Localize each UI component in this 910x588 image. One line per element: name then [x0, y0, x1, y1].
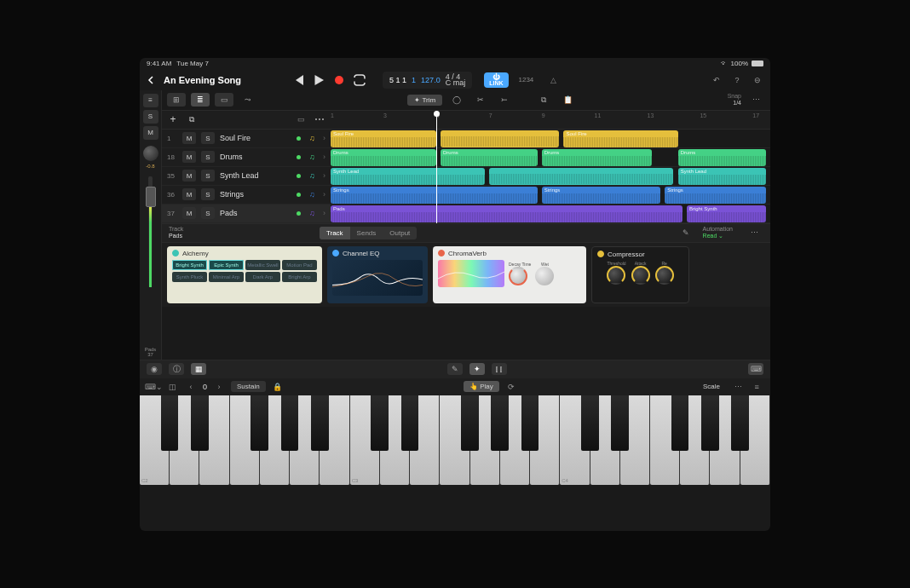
- record-enable-dot[interactable]: [297, 211, 301, 216]
- black-key[interactable]: [611, 395, 629, 451]
- track-expand-icon[interactable]: ›: [323, 171, 325, 180]
- track-header-row[interactable]: 18 M S Drums ♫ ›: [162, 148, 331, 167]
- pan-knob[interactable]: [143, 146, 158, 161]
- power-icon[interactable]: [438, 250, 445, 257]
- mute-button[interactable]: M: [182, 207, 196, 219]
- rewind-button[interactable]: [291, 72, 306, 88]
- alchemy-preset[interactable]: Minimal Arp: [209, 272, 244, 282]
- loop-tool-icon[interactable]: ◯: [447, 93, 466, 107]
- wet-knob[interactable]: [535, 267, 554, 285]
- split-icon[interactable]: ◫: [165, 381, 179, 393]
- settings-icon[interactable]: ⊖: [752, 74, 763, 86]
- solo-button[interactable]: S: [201, 151, 215, 163]
- snap-label[interactable]: Snap 1/4: [728, 93, 741, 107]
- instrument-icon[interactable]: ♫: [306, 188, 318, 200]
- alchemy-preset[interactable]: Bright Synth: [172, 260, 207, 270]
- link-button[interactable]: ⏻ LINK: [484, 72, 508, 88]
- keys-list-icon[interactable]: ≡: [750, 381, 763, 393]
- record-enable-dot[interactable]: [297, 193, 301, 197]
- sound-library-icon[interactable]: ◉: [147, 363, 162, 375]
- scissors-icon[interactable]: ✂: [471, 93, 490, 107]
- plugin-alchemy[interactable]: Alchemy Bright SynthEpic SynthMetallic S…: [167, 246, 322, 303]
- duplicate-track-icon[interactable]: ⧉: [186, 113, 198, 125]
- black-key[interactable]: [161, 395, 179, 451]
- comp-knob[interactable]: [607, 266, 625, 285]
- strip-solo-button[interactable]: S: [143, 110, 158, 124]
- track-expand-icon[interactable]: ›: [323, 190, 325, 199]
- help-icon[interactable]: ?: [731, 74, 743, 86]
- black-key[interactable]: [701, 395, 719, 451]
- piano-keyboard[interactable]: C2C3C4: [140, 395, 770, 485]
- play-button[interactable]: [311, 72, 326, 88]
- back-button[interactable]: [147, 76, 155, 84]
- track-header-row[interactable]: 36 M S Strings ♫ ›: [162, 186, 331, 205]
- black-key[interactable]: [191, 395, 209, 451]
- strip-mute-button[interactable]: M: [143, 126, 158, 140]
- record-enable-dot[interactable]: [297, 174, 301, 178]
- track-expand-icon[interactable]: ›: [323, 153, 325, 161]
- audio-region[interactable]: Drums: [441, 149, 538, 166]
- comp-knob[interactable]: [655, 266, 674, 285]
- power-icon[interactable]: [332, 250, 339, 257]
- grid-view-icon[interactable]: ⊞: [167, 93, 186, 107]
- pencil-mode-icon[interactable]: ✎: [447, 363, 463, 375]
- metronome-button[interactable]: △: [545, 72, 561, 88]
- info-icon[interactable]: ⓘ: [169, 363, 184, 375]
- track-expand-icon[interactable]: ›: [323, 209, 325, 217]
- solo-button[interactable]: S: [201, 207, 215, 219]
- black-key[interactable]: [671, 395, 689, 451]
- plugin-compressor[interactable]: Compressor ThresholdAttackRe: [591, 246, 689, 303]
- mixer-tab[interactable]: Sends: [350, 227, 383, 239]
- mute-button[interactable]: M: [182, 170, 196, 182]
- lcd-display[interactable]: 5 1 1 1 127.0 4 / 4C maj: [383, 72, 472, 89]
- instrument-icon[interactable]: ♫: [306, 207, 318, 219]
- mute-button[interactable]: M: [182, 132, 196, 144]
- track-expand-icon[interactable]: ›: [323, 134, 325, 142]
- audio-region[interactable]: Strings: [542, 187, 660, 204]
- black-key[interactable]: [371, 395, 389, 451]
- audio-region[interactable]: Synth Lead: [331, 168, 485, 185]
- edit-pencil-icon[interactable]: ✎: [682, 228, 689, 237]
- record-enable-dot[interactable]: [297, 155, 301, 159]
- beatmap-view-icon[interactable]: ≣: [191, 93, 210, 107]
- black-key[interactable]: [581, 395, 599, 451]
- mute-button[interactable]: M: [182, 188, 196, 200]
- track-folder-icon[interactable]: ▭: [295, 113, 307, 125]
- alchemy-preset[interactable]: Synth Pluck: [172, 272, 207, 282]
- octave-up-button[interactable]: ›: [212, 381, 226, 393]
- sustain-button[interactable]: Sustain: [231, 381, 266, 392]
- mixer-more-icon[interactable]: ⋯: [745, 226, 763, 239]
- alchemy-preset[interactable]: Epic Synth: [209, 260, 244, 270]
- timeline-ruler[interactable]: 1357911131517: [331, 111, 770, 130]
- plugin-chromaverb[interactable]: ChromaVerb Decay Time Wet: [433, 246, 586, 303]
- mute-button[interactable]: M: [182, 151, 196, 163]
- copy-icon[interactable]: ⧉: [534, 93, 553, 107]
- piano-toggle-icon[interactable]: ⌨: [748, 363, 763, 375]
- paste-icon[interactable]: 📋: [558, 93, 577, 107]
- lock-icon[interactable]: 🔒: [271, 381, 285, 393]
- record-button[interactable]: [331, 72, 347, 88]
- black-key[interactable]: [281, 395, 299, 451]
- black-key[interactable]: [401, 395, 419, 451]
- keyboard-view-icon[interactable]: ▦: [191, 363, 206, 375]
- alchemy-preset[interactable]: Bright Arp: [282, 272, 317, 282]
- audio-region[interactable]: Drums: [678, 149, 766, 166]
- instrument-icon[interactable]: ♫: [306, 170, 318, 182]
- octave-down-button[interactable]: ‹: [184, 381, 198, 393]
- instrument-icon[interactable]: ♫: [306, 151, 318, 163]
- automation-curve-icon[interactable]: ⤳: [239, 93, 257, 107]
- keys-more-icon[interactable]: ⋯: [731, 381, 745, 393]
- arpeggiator-icon[interactable]: ✦: [469, 363, 485, 375]
- black-key[interactable]: [251, 395, 268, 451]
- keyboard-width-icon[interactable]: ⌨⌄: [147, 381, 160, 393]
- audio-region[interactable]: Drums: [331, 149, 436, 166]
- scale-button[interactable]: Scale: [697, 381, 726, 392]
- plugin-channel-eq[interactable]: Channel EQ: [327, 246, 428, 303]
- fader[interactable]: [148, 176, 153, 287]
- power-icon[interactable]: [597, 251, 604, 257]
- power-icon[interactable]: [172, 250, 179, 257]
- instrument-icon[interactable]: ♫: [306, 132, 318, 144]
- arrangement-area[interactable]: 1357911131517 Soul FireSoul FireDrumsDru…: [331, 111, 770, 223]
- audio-region[interactable]: Bright Synth: [687, 205, 766, 222]
- mixer-tab[interactable]: Output: [383, 227, 417, 239]
